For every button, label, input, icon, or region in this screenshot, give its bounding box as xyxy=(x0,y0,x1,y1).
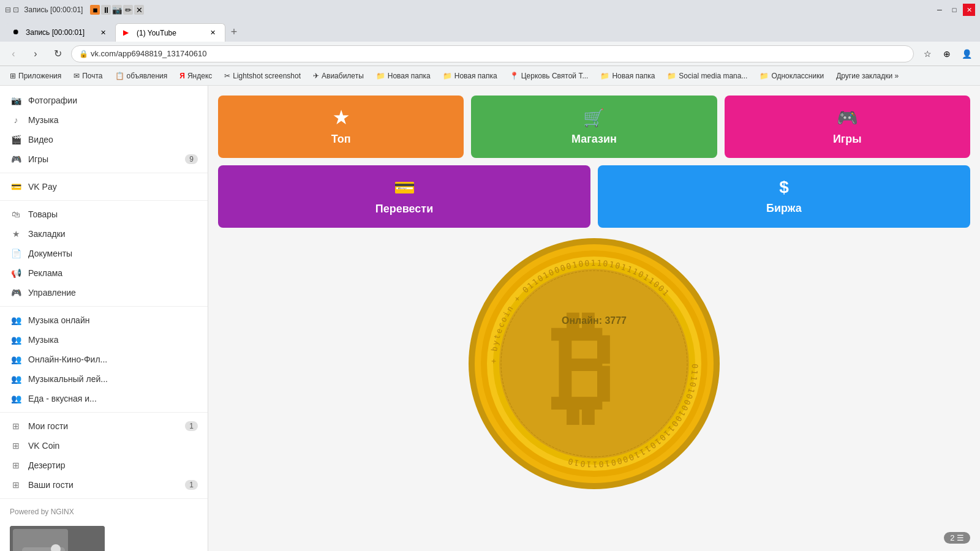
moi-gosti-badge: 1 xyxy=(185,421,198,431)
bookmark-ads[interactable]: 📋 объявления xyxy=(110,70,173,81)
sidebar-divider-1 xyxy=(0,173,208,173)
sidebar-item-eda[interactable]: 👥 Еда - вкусная и... xyxy=(0,389,208,408)
new-tab-button[interactable]: + xyxy=(225,23,243,40)
maximize-button[interactable]: □ xyxy=(948,4,960,16)
bookmark-more-label: Другие закладки » xyxy=(836,72,899,80)
minimize-button[interactable]: ─ xyxy=(933,4,946,16)
menu-buttons-row1: ★ Топ 🛒 Магазин 🎮 Игры xyxy=(218,96,970,158)
browser-content: 📷 Фотографии ♪ Музыка 🎬 Видео 🎮 Игры 9 💳… xyxy=(0,86,980,551)
tab-youtube[interactable]: ▶ (1) YouTube ✕ xyxy=(115,23,225,42)
bookmark-star-icon[interactable]: ☆ xyxy=(919,45,936,62)
kino-icon: 👥 xyxy=(10,353,22,365)
tab-close-youtube[interactable]: ✕ xyxy=(208,28,217,38)
bookmark-mail-label: Почта xyxy=(82,72,102,80)
bookmark-apps[interactable]: ⊞ Приложения xyxy=(5,70,66,81)
social-icon: 📁 xyxy=(667,72,676,80)
birzha-label: Биржа xyxy=(766,202,802,215)
bookmark-ok[interactable]: 📁 Одноклассники xyxy=(755,70,829,81)
bookmark-social-label: Social media mana... xyxy=(679,72,747,80)
address-actions: ☆ ⊕ 👤 xyxy=(919,45,975,62)
bookmark-social[interactable]: 📁 Social media mana... xyxy=(662,70,752,81)
tab-bar: ⏺ Запись [00:00:01] ✕ ▶ (1) YouTube ✕ + xyxy=(0,20,980,42)
refresh-button[interactable]: ↻ xyxy=(49,45,66,62)
sidebar-item-ley[interactable]: 👥 Музыкальный лей... xyxy=(0,369,208,389)
close-button[interactable]: ✕ xyxy=(963,4,975,16)
igry-button[interactable]: 🎮 Игры xyxy=(725,96,970,158)
sidebar-item-music[interactable]: ♪ Музыка xyxy=(0,110,208,130)
sidebar-divider-2 xyxy=(0,200,208,201)
bookmark-church[interactable]: 📍 Церковь Святой Т... xyxy=(505,70,594,81)
ad-image xyxy=(10,526,105,551)
sidebar-item-vashi-gosti[interactable]: ⊞ Ваши гости 1 xyxy=(0,475,208,495)
bookmark-lightshot-label: Lightshot screenshot xyxy=(233,72,301,80)
window-controls[interactable]: ─ □ ✕ xyxy=(933,4,975,16)
docs-icon: 📄 xyxy=(10,247,22,260)
extension-icon[interactable]: ⊕ xyxy=(938,45,956,62)
video-icon: 🎬 xyxy=(10,133,22,146)
sidebar-item-muzyka-online[interactable]: 👥 Музыка онлайн xyxy=(0,310,208,330)
page-indicator: 2 ☰ xyxy=(944,532,970,544)
forward-button[interactable]: › xyxy=(27,45,44,62)
bookmark-yandex-label: Яндекс xyxy=(187,72,212,80)
muzyka-online-icon: 👥 xyxy=(10,314,22,326)
account-icon[interactable]: 👤 xyxy=(958,45,975,62)
bookmark-yandex[interactable]: Я Яндекс xyxy=(175,70,217,81)
ad-block[interactable]: Авто в кредит от 4,5% xyxy=(10,526,198,551)
magazin-button[interactable]: 🛒 Магазин xyxy=(471,96,717,158)
sidebar-vkpay-label: VK Pay xyxy=(28,182,198,192)
sidebar-item-vkpay[interactable]: 💳 VK Pay xyxy=(0,177,208,197)
vashi-gosti-icon: ⊞ xyxy=(10,479,22,491)
tab-close-recording[interactable]: ✕ xyxy=(98,28,108,37)
sidebar-item-video[interactable]: 🎬 Видео xyxy=(0,130,208,149)
tab-recording[interactable]: ⏺ Запись [00:00:01] ✕ xyxy=(5,23,115,42)
sidebar-reklama-label: Реклама xyxy=(28,268,198,278)
ok-icon: 📁 xyxy=(760,72,769,80)
bookmark-lightshot[interactable]: ✂ Lightshot screenshot xyxy=(219,70,306,81)
bookmark-folder2[interactable]: 📁 Новая папка xyxy=(438,70,502,81)
url-input[interactable]: 🔒 vk.com/app6948819_131740610 xyxy=(71,45,914,62)
games-nav-icon: 🎮 xyxy=(10,153,22,165)
sidebar-item-reklama[interactable]: 📢 Реклама xyxy=(0,263,208,283)
bookmark-mail[interactable]: ✉ Почта xyxy=(69,70,107,81)
sidebar-item-moi-gosti[interactable]: ⊞ Мои гости 1 xyxy=(0,416,208,436)
perevesti-label: Перевести xyxy=(375,203,433,216)
bookmark-ok-label: Одноклассники xyxy=(771,72,824,80)
photos-icon: 📷 xyxy=(10,94,22,107)
record-pause-btn[interactable]: ⏸ xyxy=(101,5,111,15)
bookmark-avia-label: Авиабилеты xyxy=(322,72,364,80)
sidebar-item-dezertir[interactable]: ⊞ Дезертир xyxy=(0,455,208,475)
bookmark-avia[interactable]: ✈ Авиабилеты xyxy=(308,70,369,81)
sidebar-item-tovary[interactable]: 🛍 Товары xyxy=(0,204,208,224)
recording-controls[interactable]: ■ ⏸ 📷 ✏ ✕ xyxy=(90,5,144,15)
record-stop-btn[interactable]: ■ xyxy=(90,5,100,15)
top-button[interactable]: ★ Топ xyxy=(218,96,464,158)
sidebar-item-docs[interactable]: 📄 Документы xyxy=(0,244,208,263)
sidebar-item-vk-coin[interactable]: ⊞ VK Coin xyxy=(0,436,208,455)
sidebar-tovary-label: Товары xyxy=(28,209,198,219)
sidebar-zakl-label: Закладки xyxy=(28,229,198,239)
birzha-button[interactable]: $ Биржа xyxy=(598,165,970,228)
back-button[interactable]: ‹ xyxy=(5,45,22,62)
perevesti-button[interactable]: 💳 Перевести xyxy=(218,165,590,228)
sidebar-item-zakl[interactable]: ★ Закладки xyxy=(0,224,208,244)
sidebar-item-games[interactable]: 🎮 Игры 9 xyxy=(0,149,208,169)
svg-text:Онлайн: 3777: Онлайн: 3777 xyxy=(562,315,627,326)
bookmark-more[interactable]: Другие закладки » xyxy=(831,70,903,81)
sidebar-item-kino[interactable]: 👥 Онлайн-Кино-Фил... xyxy=(0,350,208,369)
lightshot-icon: ✂ xyxy=(224,72,230,80)
magazin-label: Магазин xyxy=(571,133,617,146)
vashi-gosti-badge: 1 xyxy=(185,480,198,490)
record-pen-btn[interactable]: ✏ xyxy=(123,5,133,15)
vk-coin-icon: ⊞ xyxy=(10,440,22,452)
sidebar-item-photos[interactable]: 📷 Фотографии xyxy=(0,91,208,110)
sidebar-dezertir-label: Дезертир xyxy=(28,460,198,470)
bookmark-folder3[interactable]: 📁 Новая папка xyxy=(595,70,660,81)
bookmark-folder1[interactable]: 📁 Новая папка xyxy=(371,70,435,81)
record-close-btn[interactable]: ✕ xyxy=(134,5,144,15)
bookmark-folder3-label: Новая папка xyxy=(612,72,655,80)
sidebar-item-muzyka2[interactable]: 👥 Музыка xyxy=(0,330,208,350)
record-cam-btn[interactable]: 📷 xyxy=(112,5,122,15)
folder1-icon: 📁 xyxy=(376,72,385,80)
sidebar-item-upravlenie[interactable]: 🎮 Управление xyxy=(0,283,208,302)
sidebar: 📷 Фотографии ♪ Музыка 🎬 Видео 🎮 Игры 9 💳… xyxy=(0,86,208,551)
